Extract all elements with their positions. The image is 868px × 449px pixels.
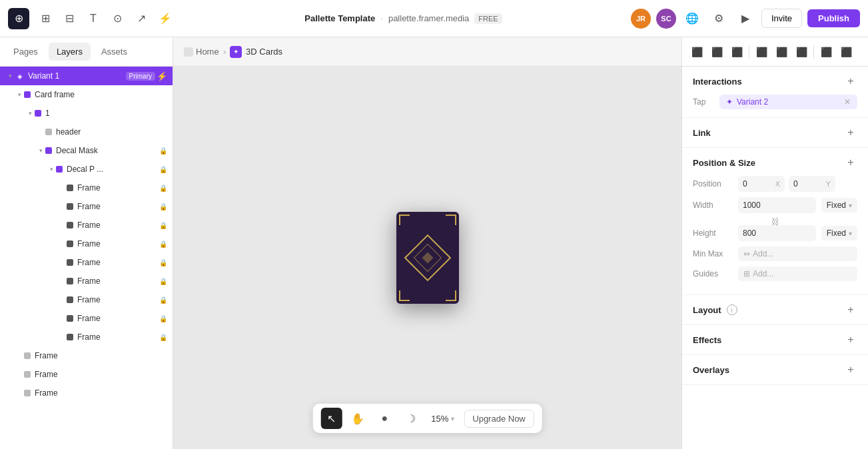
- dot-decal-mask: [45, 147, 52, 154]
- layer-frame-9[interactable]: ▾ Frame 🔒: [0, 328, 173, 346]
- label-f6: Frame: [77, 276, 157, 286]
- effects-title: Effects: [693, 335, 721, 345]
- link-section[interactable]: Link +: [682, 118, 868, 148]
- grid-icon[interactable]: ⊟: [59, 8, 80, 29]
- breadcrumb-home[interactable]: Home: [184, 47, 219, 57]
- tab-assets[interactable]: Assets: [93, 43, 135, 61]
- position-size-add[interactable]: +: [844, 156, 857, 169]
- height-mode-select[interactable]: Fixed ▾: [821, 226, 857, 240]
- variant-label: Variant 2: [737, 97, 768, 107]
- layer-frame-b[interactable]: ▾ Frame: [0, 365, 173, 384]
- position-x-field[interactable]: 0 X: [738, 176, 785, 192]
- play-button[interactable]: ▶: [735, 8, 756, 29]
- label-decal-p: Decal P ...: [67, 165, 157, 174]
- text-icon[interactable]: T: [83, 8, 104, 29]
- align-right-icon[interactable]: ⬛: [727, 43, 746, 61]
- guides-label: Guides: [693, 269, 733, 278]
- toggle-variant1[interactable]: ▾: [5, 73, 15, 79]
- height-mode-arrow: ▾: [849, 230, 852, 237]
- topbar-center: Pallette Template · pallette.framer.medi…: [181, 13, 626, 24]
- interactions-section: Interactions + Tap ✦ Variant 2 ✕: [682, 67, 868, 118]
- external-icon[interactable]: ↗: [131, 8, 152, 29]
- overlays-add-button[interactable]: +: [844, 363, 857, 376]
- interactions-add-button[interactable]: +: [844, 75, 857, 88]
- effects-section[interactable]: Effects +: [682, 325, 868, 355]
- layer-frame-1[interactable]: ▾ Frame 🔒: [0, 179, 173, 197]
- toggle-1[interactable]: ▾: [25, 110, 35, 117]
- tab-pages[interactable]: Pages: [5, 43, 46, 61]
- width-mode-select[interactable]: Fixed ▾: [821, 198, 857, 213]
- layer-frame-a[interactable]: ▾ Frame: [0, 346, 173, 365]
- breadcrumb: Home › ✦ 3D Cards: [173, 37, 681, 67]
- bolt-icon[interactable]: ⚡: [155, 8, 176, 29]
- position-size-title: Position & Size: [693, 158, 755, 168]
- layer-frame-6[interactable]: ▾ Frame 🔒: [0, 272, 173, 290]
- layer-frame-2[interactable]: ▾ Frame 🔒: [0, 197, 173, 216]
- layer-1[interactable]: ▾ 1: [0, 104, 173, 123]
- layout-section[interactable]: Layout i +: [682, 295, 868, 325]
- publish-button[interactable]: Publish: [807, 9, 860, 27]
- toggle-decal-p[interactable]: ▾: [47, 166, 56, 173]
- layer-card-frame[interactable]: ▾ Card frame: [0, 85, 173, 104]
- label-f5: Frame: [77, 258, 157, 267]
- layer-frame-4[interactable]: ▾ Frame 🔒: [0, 234, 173, 253]
- toggle-card-frame[interactable]: ▾: [15, 91, 24, 98]
- logo[interactable]: ⊕: [8, 8, 29, 29]
- hand-tool[interactable]: ✋: [347, 408, 368, 429]
- layer-frame-c[interactable]: ▾ Frame: [0, 384, 173, 402]
- avatar-sc[interactable]: SC: [656, 9, 676, 29]
- layer-decal-mask[interactable]: ▾ Decal Mask 🔒: [0, 141, 173, 160]
- interaction-row-tap: Tap ✦ Variant 2 ✕: [693, 95, 857, 109]
- avatar-jr[interactable]: JR: [631, 9, 651, 29]
- upgrade-button[interactable]: Upgrade Now: [464, 410, 534, 428]
- align-center-h-icon[interactable]: ⬛: [707, 43, 726, 61]
- position-x-value: 0: [743, 179, 747, 189]
- svg-rect-0: [184, 47, 193, 57]
- overlays-section[interactable]: Overlays +: [682, 355, 868, 385]
- topbar-right: JR SC 🌐 ⚙ ▶ Invite Publish: [631, 8, 860, 29]
- layer-frame-7[interactable]: ▾ Frame 🔒: [0, 290, 173, 309]
- add-icon[interactable]: ⊞: [35, 8, 56, 29]
- layout-info-icon[interactable]: i: [727, 304, 737, 315]
- height-field[interactable]: 800: [738, 225, 816, 241]
- effects-add-button[interactable]: +: [844, 333, 857, 346]
- overlays-title: Overlays: [693, 365, 729, 375]
- moon-tool[interactable]: ☽: [400, 408, 422, 429]
- settings-button[interactable]: ⚙: [708, 8, 729, 29]
- layer-header[interactable]: ▾ header: [0, 123, 173, 141]
- align-bottom-icon[interactable]: ⬛: [792, 43, 811, 61]
- align-top-icon[interactable]: ⬛: [752, 43, 771, 61]
- link-add-button[interactable]: +: [844, 126, 857, 139]
- layer-variant1[interactable]: ▾ ◈ Variant 1 Primary ⚡: [0, 67, 173, 85]
- layout-add-button[interactable]: +: [844, 303, 857, 316]
- layer-frame-8[interactable]: ▾ Frame 🔒: [0, 309, 173, 328]
- invite-button[interactable]: Invite: [761, 9, 802, 28]
- dot-f7: [67, 296, 73, 303]
- layer-frame-3[interactable]: ▾ Frame 🔒: [0, 216, 173, 234]
- toggle-decal-mask[interactable]: ▾: [36, 147, 45, 154]
- minmax-add-button[interactable]: ⇔ Add...: [738, 246, 857, 261]
- layer-frame-5[interactable]: ▾ Frame 🔒: [0, 253, 173, 272]
- width-field[interactable]: 1000: [738, 197, 816, 213]
- project-title: Pallette Template: [304, 13, 375, 23]
- circle-tool[interactable]: ●: [374, 408, 395, 429]
- tab-layers[interactable]: Layers: [49, 43, 91, 61]
- label-f9: Frame: [77, 332, 157, 342]
- globe-button[interactable]: 🌐: [681, 8, 703, 29]
- right-toolbar: ⬛ ⬛ ⬛ ⬛ ⬛ ⬛ ⬛ ⬛: [682, 37, 868, 67]
- distribute-v-icon[interactable]: ⬛: [837, 43, 855, 61]
- canvas[interactable]: ↖ ✋ ● ☽ 15% ▾ Upgrade Now: [173, 67, 681, 449]
- cursor-tool[interactable]: ↖: [320, 408, 342, 429]
- position-y-value: 0: [793, 179, 798, 189]
- zoom-control[interactable]: 15% ▾: [427, 414, 458, 424]
- layer-decal-p[interactable]: ▾ Decal P ... 🔒: [0, 160, 173, 179]
- align-left-icon[interactable]: ⬛: [687, 43, 706, 61]
- width-label: Width: [693, 201, 733, 210]
- guides-add-button[interactable]: ⊞ Add...: [738, 266, 857, 281]
- database-icon[interactable]: ⊙: [107, 8, 128, 29]
- align-center-v-icon[interactable]: ⬛: [772, 43, 791, 61]
- interaction-close-button[interactable]: ✕: [844, 97, 851, 107]
- distribute-h-icon[interactable]: ⬛: [817, 43, 835, 61]
- interaction-tag[interactable]: ✦ Variant 2 ✕: [719, 95, 857, 109]
- position-y-field[interactable]: 0 Y: [789, 176, 835, 192]
